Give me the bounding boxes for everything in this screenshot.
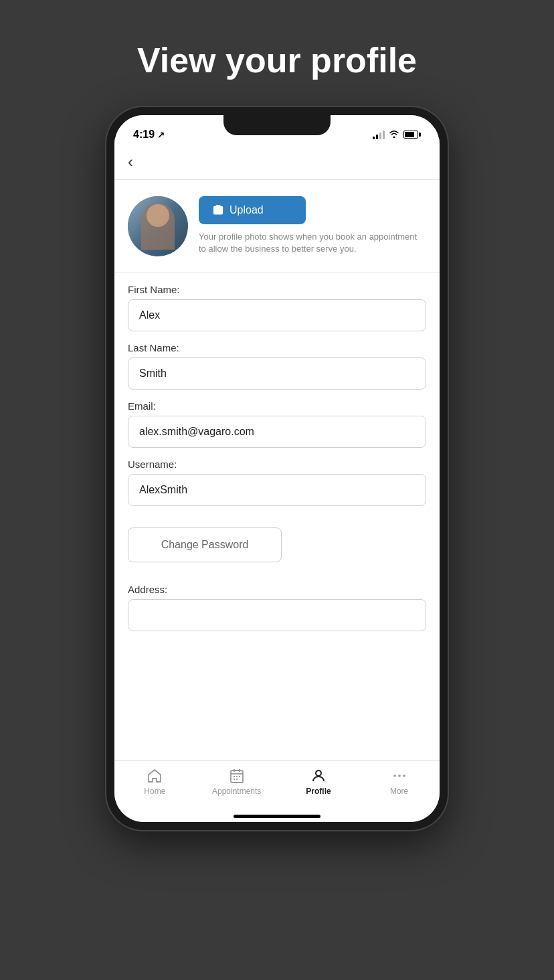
first-name-label: First Name: xyxy=(128,284,426,295)
address-group: Address: xyxy=(128,584,426,637)
more-icon xyxy=(391,768,407,784)
svg-point-1 xyxy=(316,770,321,776)
camera-icon xyxy=(212,204,224,216)
username-input[interactable] xyxy=(128,474,426,506)
photo-right: Upload Your profile photo shows when you… xyxy=(199,196,426,255)
app-content: Upload Your profile photo shows when you… xyxy=(114,180,440,760)
home-indicator-area xyxy=(114,809,440,822)
svg-point-4 xyxy=(403,774,405,777)
time-display: 4:19 xyxy=(133,129,155,141)
home-icon xyxy=(147,768,163,784)
appointments-icon xyxy=(229,768,245,784)
status-icons xyxy=(373,129,421,140)
tab-more-label: More xyxy=(390,787,408,796)
address-label: Address: xyxy=(128,584,426,595)
change-password-label: Change Password xyxy=(161,539,249,550)
tab-profile-label: Profile xyxy=(306,787,331,796)
phone-notch xyxy=(223,115,331,135)
svg-point-3 xyxy=(398,774,401,777)
tab-home[interactable]: Home xyxy=(131,768,178,796)
username-group: Username: xyxy=(128,459,426,506)
email-label: Email: xyxy=(128,400,426,412)
location-icon: ↗ xyxy=(157,130,165,140)
phone-shell: 4:19 ↗ xyxy=(106,107,448,830)
svg-point-2 xyxy=(393,774,396,777)
back-chevron-icon: ‹ xyxy=(128,153,133,171)
wifi-icon xyxy=(389,129,399,140)
last-name-label: Last Name: xyxy=(128,342,426,353)
tab-appointments[interactable]: Appointments xyxy=(212,768,261,796)
home-indicator xyxy=(234,815,320,818)
back-button[interactable]: ‹ xyxy=(128,153,133,171)
upload-label: Upload xyxy=(229,204,264,216)
profile-icon xyxy=(310,768,327,784)
last-name-group: Last Name: xyxy=(128,342,426,390)
email-input[interactable] xyxy=(128,416,426,448)
first-name-group: First Name: xyxy=(128,284,426,331)
tab-more[interactable]: More xyxy=(376,768,423,796)
tab-profile[interactable]: Profile xyxy=(295,768,342,796)
form-section: First Name: Last Name: Email: Username: xyxy=(114,273,440,760)
nav-bar: ‹ xyxy=(114,145,440,180)
page-title: View your profile xyxy=(137,40,417,80)
tab-appointments-label: Appointments xyxy=(212,787,261,796)
avatar-image xyxy=(128,196,188,256)
email-group: Email: xyxy=(128,400,426,448)
tab-bar: Home Appointments Profile xyxy=(114,760,440,809)
address-input[interactable] xyxy=(128,599,426,631)
signal-icon xyxy=(373,130,385,139)
tab-home-label: Home xyxy=(144,787,165,796)
phone-screen: 4:19 ↗ xyxy=(114,115,440,822)
avatar xyxy=(128,196,188,256)
photo-section: Upload Your profile photo shows when you… xyxy=(114,180,440,273)
first-name-input[interactable] xyxy=(128,299,426,331)
upload-hint: Your profile photo shows when you book a… xyxy=(199,231,426,255)
username-label: Username: xyxy=(128,459,426,470)
status-time: 4:19 ↗ xyxy=(133,129,165,141)
change-password-button[interactable]: Change Password xyxy=(128,527,282,562)
last-name-input[interactable] xyxy=(128,357,426,390)
upload-button[interactable]: Upload xyxy=(199,196,306,224)
battery-icon xyxy=(403,131,421,139)
